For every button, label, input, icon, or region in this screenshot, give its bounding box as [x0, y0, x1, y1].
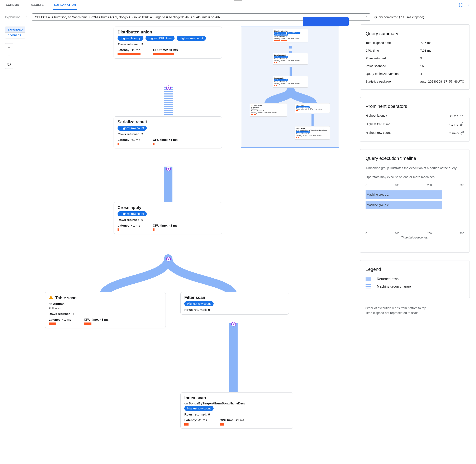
prominent-key: Highest row count: [365, 131, 443, 135]
sub-on: on: [184, 402, 189, 405]
prominent-value: 9 rows: [449, 131, 459, 135]
rows-returned: Rows returned: 9: [118, 42, 218, 46]
footnote-line: Order of execution reads from bottom to …: [365, 306, 464, 310]
rows-returned: Rows returned: 9: [184, 413, 289, 416]
latency: Latency: <1 ms: [184, 418, 207, 422]
sidebar: Query summary Total elapsed time7.15 ms …: [360, 24, 476, 315]
plan-graph[interactable]: Distributed union Highest latency Highes…: [5, 24, 356, 443]
cpu-time: CPU time: <1 ms: [153, 48, 178, 52]
connector-icon: [166, 86, 171, 90]
badge-highest-rows: Highest row count: [118, 126, 147, 131]
chevron-down-icon[interactable]: [467, 3, 471, 7]
latency-bar: [118, 53, 140, 55]
dropdown-arrow-icon: [365, 15, 368, 19]
panel-legend: Legend Returned rows Machine group chang…: [360, 260, 470, 298]
latency: Latency: <1 ms: [118, 138, 140, 142]
cpu-bar: [220, 423, 224, 425]
link-icon[interactable]: [460, 131, 464, 135]
timeline-chart: 0 100 200 300 Machine group 1 Machine gr…: [365, 184, 464, 246]
summary-key: Total elapsed time: [365, 41, 414, 45]
rows-returned: Rows returned: 7: [49, 312, 162, 316]
x-axis-label: Time (microseconds): [365, 236, 464, 239]
panel-title: Query summary: [365, 31, 464, 36]
tick: 0: [365, 184, 367, 187]
panel-title: Legend: [365, 267, 464, 272]
node-title: Index scan: [184, 396, 289, 400]
prominent-value: <1 ms: [449, 123, 458, 126]
tick: 100: [395, 232, 399, 235]
query-bar: Explanation SELECT al.AlbumTitle, so.Son…: [0, 10, 476, 22]
node-distributed-union[interactable]: Distributed union Highest latency Highes…: [113, 27, 222, 58]
link-icon[interactable]: [460, 122, 464, 127]
legend-swatch-striped: [365, 284, 371, 289]
summary-key: Statistics package: [365, 80, 414, 83]
latency-bar: [118, 143, 119, 145]
tick: 300: [459, 184, 464, 187]
legend-label: Returned rows: [377, 277, 399, 281]
node-filter-scan[interactable]: Filter scan Highest row count Rows retur…: [180, 292, 289, 315]
panel-prominent-operators: Prominent operators Highest latency <1 m…: [360, 97, 470, 142]
badge-highest-rows: Highest row count: [184, 406, 214, 411]
tab-explanation[interactable]: EXPLANATION: [53, 0, 77, 10]
fullscreen-icon[interactable]: [458, 3, 463, 7]
badge-highest-rows: Highest row count: [184, 301, 214, 306]
node-index-scan[interactable]: Index scan on SongsBySingerAlbumSongName…: [180, 392, 293, 429]
summary-key: Rows scanned: [365, 64, 414, 68]
latency-bar: [49, 322, 56, 325]
query-status: Query completed (7.15 ms elapsed): [374, 15, 424, 19]
legend-swatch-solid: [365, 277, 371, 281]
tick: 100: [395, 184, 399, 187]
minimap[interactable]: Distributed union Highest latencyHighest…: [241, 27, 339, 148]
connector-icon: [231, 322, 236, 327]
cpu-time: CPU time: <1 ms: [220, 418, 244, 422]
prominent-value: <1 ms: [449, 114, 458, 118]
timeline-bar: Machine group 1: [365, 190, 442, 199]
summary-value: auto_20230608_17_57_46UTC: [420, 80, 464, 83]
rows-returned: Rows returned: 9: [118, 218, 218, 222]
tab-schema[interactable]: SCHEMA: [5, 0, 20, 10]
badge-highest-latency: Highest latency: [118, 36, 143, 41]
legend-label: Machine group change: [377, 285, 411, 289]
link-icon[interactable]: [460, 114, 464, 118]
plan-explorer[interactable]: EXPANDED COMPACT + −: [5, 24, 356, 443]
cpu-bar: [153, 53, 174, 55]
sub-index: SongsBySingerAlbumSongNameDesc: [189, 402, 246, 405]
footnote-line: Time elapsed not represented to scale.: [365, 310, 464, 315]
edge: [229, 323, 238, 392]
node-title: Serialize result: [118, 120, 218, 124]
connector-icon: [166, 167, 171, 171]
cpu-time: CPU time: <1 ms: [84, 318, 109, 321]
node-cross-apply[interactable]: Cross apply Highest row count Rows retur…: [113, 202, 222, 234]
sub-table: Albums: [53, 302, 65, 306]
node-table-scan[interactable]: Table scan on Albums Full scan Rows retu…: [45, 292, 166, 328]
panel-title: Prominent operators: [365, 104, 464, 109]
cpu-bar: [153, 143, 155, 145]
node-title: Distributed union: [118, 30, 218, 35]
prominent-key: Highest CPU time: [365, 122, 443, 127]
warning-icon: [49, 295, 53, 301]
panel-title: Query execution timeline: [365, 156, 464, 161]
tab-results[interactable]: RESULTS: [29, 0, 45, 10]
cpu-bar: [153, 228, 155, 231]
latency: Latency: <1 ms: [49, 318, 71, 321]
summary-value: 7.15 ms: [420, 41, 464, 45]
badge-highest-rows: Highest row count: [177, 36, 206, 41]
tick: 200: [427, 184, 432, 187]
latency-bar: [184, 423, 188, 425]
summary-value: 4: [420, 72, 464, 76]
drag-handle[interactable]: [234, 0, 242, 1]
chevron-right-icon: [24, 15, 28, 19]
tick: 300: [459, 232, 464, 235]
latency: Latency: <1 ms: [118, 224, 140, 227]
timeline-desc: Operators may execute on one or more mac…: [365, 175, 464, 180]
node-serialize-result[interactable]: Serialize result Highest row count Rows …: [113, 116, 222, 148]
sub-on: on: [49, 302, 53, 306]
timeline-bar: Machine group 2: [365, 201, 442, 209]
rows-returned: Rows returned: 9: [184, 308, 285, 311]
panel-query-summary: Query summary Total elapsed time7.15 ms …: [360, 24, 470, 90]
summary-key: CPU time: [365, 49, 414, 52]
badge-highest-cpu: Highest CPU time: [146, 36, 175, 41]
cpu-time: CPU time: <1 ms: [153, 138, 178, 142]
summary-key: Query optimizer version: [365, 72, 414, 76]
node-title: Cross apply: [118, 205, 218, 210]
